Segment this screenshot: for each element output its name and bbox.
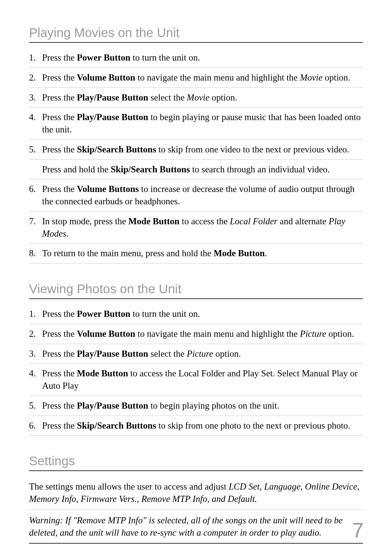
photos-steps: Press the Power Button to turn the unit … [29,304,363,436]
heading-photos: Viewing Photos on the Unit [29,282,363,299]
settings-intro: The settings menu allows the user to acc… [29,476,363,510]
list-item: Press the Volume Buttons to increase or … [29,179,363,212]
list-subitem: Press and hold the Skip/Search Buttons t… [29,159,363,176]
movies-steps: Press the Power Button to turn the unit … [29,48,363,263]
settings-warning: Warning: If "Remove MTP Info" is selecte… [29,510,363,544]
page-number: 7 [352,518,364,542]
list-item: Press the Volume Button to navigate the … [29,324,363,344]
list-item: Press the Play/Pause Button select the P… [29,344,363,364]
heading-movies: Playing Movies on the Unit [29,25,363,43]
list-item: To return to the main menu, press and ho… [29,244,363,263]
list-item: Press the Skip/Search Buttons to skip fr… [29,140,363,180]
list-item: Press the Play/Pause Button to begin pla… [29,396,363,416]
list-item: In stop mode, press the Mode Button to a… [29,212,363,244]
list-item: Press the Skip/Search Buttons to skip fr… [29,416,363,436]
list-item: Press the Play/Pause Button to begin pla… [29,107,363,140]
list-item: Press the Volume Button to navigate the … [29,68,363,88]
list-item: Press the Play/Pause Button select the M… [29,88,363,108]
list-item: Press the Mode Button to access the Loca… [29,364,363,396]
heading-settings: Settings [29,454,363,471]
list-item: Press the Power Button to turn the unit … [29,48,363,68]
list-item: Press the Power Button to turn the unit … [29,304,363,324]
